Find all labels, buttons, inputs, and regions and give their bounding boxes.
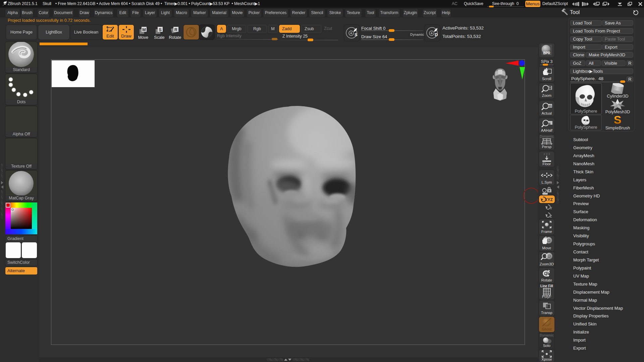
svg-text:Y: Y [550,206,552,210]
svg-text:D: D [435,32,438,37]
svg-text:Z: Z [550,214,552,218]
svg-text:XYZ: XYZ [545,197,553,202]
svg-text:R: R [174,27,178,32]
svg-text:S: S [355,32,358,37]
svg-text:BPR: BPR [543,51,550,55]
svg-text:S: S [159,27,162,32]
svg-text:S: S [614,115,622,125]
svg-text:x1: x1 [548,104,552,108]
svg-text:M: M [142,27,146,32]
